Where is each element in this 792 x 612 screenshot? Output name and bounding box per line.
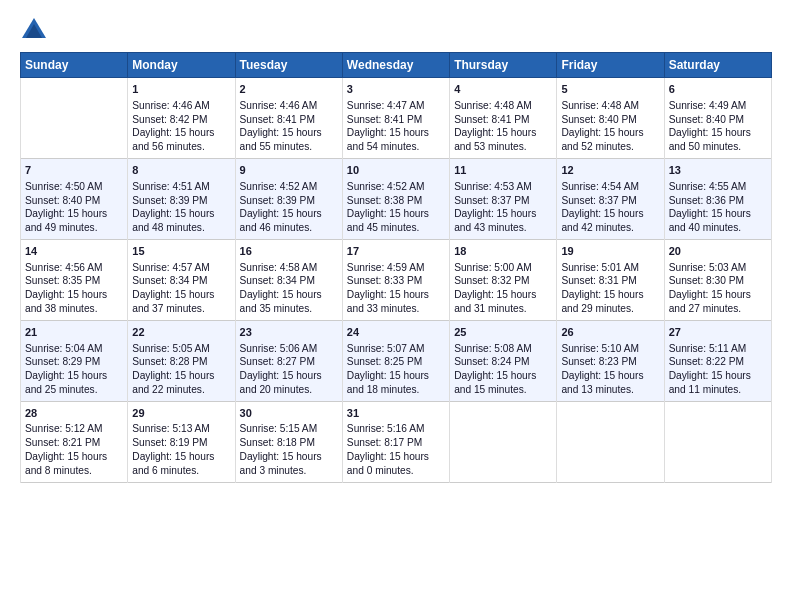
- day-number: 5: [561, 82, 659, 97]
- day-info: Sunrise: 4:48 AM: [454, 99, 552, 113]
- day-info: and 27 minutes.: [669, 302, 767, 316]
- calendar-cell: 5Sunrise: 4:48 AMSunset: 8:40 PMDaylight…: [557, 78, 664, 159]
- day-info: and 37 minutes.: [132, 302, 230, 316]
- day-info: and 25 minutes.: [25, 383, 123, 397]
- day-number: 31: [347, 406, 445, 421]
- day-info: Daylight: 15 hours: [561, 126, 659, 140]
- day-info: Sunrise: 5:16 AM: [347, 422, 445, 436]
- calendar-cell: 26Sunrise: 5:10 AMSunset: 8:23 PMDayligh…: [557, 320, 664, 401]
- day-info: and 43 minutes.: [454, 221, 552, 235]
- calendar-header: SundayMondayTuesdayWednesdayThursdayFrid…: [21, 53, 772, 78]
- day-info: Daylight: 15 hours: [561, 288, 659, 302]
- day-info: Daylight: 15 hours: [132, 450, 230, 464]
- day-info: Daylight: 15 hours: [561, 369, 659, 383]
- day-info: and 45 minutes.: [347, 221, 445, 235]
- calendar-cell: 30Sunrise: 5:15 AMSunset: 8:18 PMDayligh…: [235, 401, 342, 482]
- header-row: SundayMondayTuesdayWednesdayThursdayFrid…: [21, 53, 772, 78]
- day-info: Sunrise: 4:51 AM: [132, 180, 230, 194]
- calendar-cell: 21Sunrise: 5:04 AMSunset: 8:29 PMDayligh…: [21, 320, 128, 401]
- day-info: Daylight: 15 hours: [240, 288, 338, 302]
- day-info: Daylight: 15 hours: [454, 126, 552, 140]
- day-info: Daylight: 15 hours: [347, 369, 445, 383]
- day-info: and 38 minutes.: [25, 302, 123, 316]
- day-info: Sunrise: 4:47 AM: [347, 99, 445, 113]
- calendar-body: 1Sunrise: 4:46 AMSunset: 8:42 PMDaylight…: [21, 78, 772, 483]
- logo-icon: [20, 16, 48, 44]
- column-header-monday: Monday: [128, 53, 235, 78]
- day-info: and 29 minutes.: [561, 302, 659, 316]
- day-info: Daylight: 15 hours: [25, 450, 123, 464]
- day-number: 30: [240, 406, 338, 421]
- day-info: Sunrise: 5:03 AM: [669, 261, 767, 275]
- calendar-cell: 16Sunrise: 4:58 AMSunset: 8:34 PMDayligh…: [235, 239, 342, 320]
- day-info: Daylight: 15 hours: [669, 369, 767, 383]
- day-info: Daylight: 15 hours: [132, 207, 230, 221]
- day-info: and 20 minutes.: [240, 383, 338, 397]
- calendar-cell: 14Sunrise: 4:56 AMSunset: 8:35 PMDayligh…: [21, 239, 128, 320]
- day-info: Sunset: 8:32 PM: [454, 274, 552, 288]
- day-info: Sunrise: 4:49 AM: [669, 99, 767, 113]
- day-info: Daylight: 15 hours: [669, 207, 767, 221]
- calendar-cell: 15Sunrise: 4:57 AMSunset: 8:34 PMDayligh…: [128, 239, 235, 320]
- day-info: Sunset: 8:39 PM: [132, 194, 230, 208]
- day-number: 24: [347, 325, 445, 340]
- calendar-cell: 3Sunrise: 4:47 AMSunset: 8:41 PMDaylight…: [342, 78, 449, 159]
- day-info: Sunrise: 4:55 AM: [669, 180, 767, 194]
- day-info: and 50 minutes.: [669, 140, 767, 154]
- day-number: 21: [25, 325, 123, 340]
- day-info: and 8 minutes.: [25, 464, 123, 478]
- week-row-3: 21Sunrise: 5:04 AMSunset: 8:29 PMDayligh…: [21, 320, 772, 401]
- day-number: 10: [347, 163, 445, 178]
- calendar-cell: 23Sunrise: 5:06 AMSunset: 8:27 PMDayligh…: [235, 320, 342, 401]
- day-info: Daylight: 15 hours: [347, 207, 445, 221]
- day-info: Sunrise: 4:58 AM: [240, 261, 338, 275]
- day-number: 12: [561, 163, 659, 178]
- day-info: Sunset: 8:27 PM: [240, 355, 338, 369]
- day-number: 18: [454, 244, 552, 259]
- calendar-cell: 13Sunrise: 4:55 AMSunset: 8:36 PMDayligh…: [664, 158, 771, 239]
- day-info: Daylight: 15 hours: [454, 288, 552, 302]
- day-number: 11: [454, 163, 552, 178]
- day-info: and 42 minutes.: [561, 221, 659, 235]
- day-number: 8: [132, 163, 230, 178]
- week-row-2: 14Sunrise: 4:56 AMSunset: 8:35 PMDayligh…: [21, 239, 772, 320]
- day-info: Sunset: 8:23 PM: [561, 355, 659, 369]
- calendar-cell: 27Sunrise: 5:11 AMSunset: 8:22 PMDayligh…: [664, 320, 771, 401]
- day-info: Sunset: 8:41 PM: [454, 113, 552, 127]
- day-info: and 15 minutes.: [454, 383, 552, 397]
- column-header-sunday: Sunday: [21, 53, 128, 78]
- day-info: and 18 minutes.: [347, 383, 445, 397]
- day-number: 17: [347, 244, 445, 259]
- day-info: Sunset: 8:34 PM: [240, 274, 338, 288]
- day-info: Sunset: 8:31 PM: [561, 274, 659, 288]
- day-number: 27: [669, 325, 767, 340]
- day-info: Daylight: 15 hours: [240, 369, 338, 383]
- calendar-cell: 6Sunrise: 4:49 AMSunset: 8:40 PMDaylight…: [664, 78, 771, 159]
- day-info: Sunset: 8:40 PM: [25, 194, 123, 208]
- day-number: 14: [25, 244, 123, 259]
- day-info: Sunrise: 5:11 AM: [669, 342, 767, 356]
- day-info: Sunrise: 4:56 AM: [25, 261, 123, 275]
- column-header-friday: Friday: [557, 53, 664, 78]
- day-info: and 11 minutes.: [669, 383, 767, 397]
- calendar-cell: 7Sunrise: 4:50 AMSunset: 8:40 PMDaylight…: [21, 158, 128, 239]
- day-info: Daylight: 15 hours: [132, 369, 230, 383]
- day-info: Daylight: 15 hours: [132, 126, 230, 140]
- calendar-cell: 29Sunrise: 5:13 AMSunset: 8:19 PMDayligh…: [128, 401, 235, 482]
- day-info: Sunset: 8:37 PM: [454, 194, 552, 208]
- column-header-saturday: Saturday: [664, 53, 771, 78]
- day-number: 15: [132, 244, 230, 259]
- day-info: and 13 minutes.: [561, 383, 659, 397]
- day-info: Sunrise: 5:04 AM: [25, 342, 123, 356]
- day-info: Sunrise: 5:07 AM: [347, 342, 445, 356]
- day-info: Daylight: 15 hours: [25, 369, 123, 383]
- day-info: and 33 minutes.: [347, 302, 445, 316]
- calendar-cell: 24Sunrise: 5:07 AMSunset: 8:25 PMDayligh…: [342, 320, 449, 401]
- day-info: Sunrise: 4:48 AM: [561, 99, 659, 113]
- calendar-cell: 22Sunrise: 5:05 AMSunset: 8:28 PMDayligh…: [128, 320, 235, 401]
- day-info: and 49 minutes.: [25, 221, 123, 235]
- day-info: and 31 minutes.: [454, 302, 552, 316]
- day-info: Sunrise: 5:08 AM: [454, 342, 552, 356]
- day-info: and 35 minutes.: [240, 302, 338, 316]
- day-info: Sunset: 8:40 PM: [669, 113, 767, 127]
